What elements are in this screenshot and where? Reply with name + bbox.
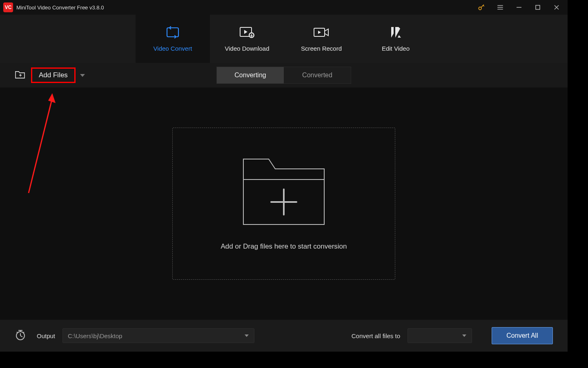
app-logo-icon: VC — [3, 2, 13, 12]
output-path-value: C:\Users\bj\Desktop — [68, 332, 122, 339]
add-files-group: Add Files — [0, 63, 85, 88]
convert-all-label: Convert all files to — [352, 332, 400, 339]
add-files-button[interactable]: Add Files — [31, 67, 76, 83]
main-nav: Video Convert Video Download Screen Reco… — [0, 15, 568, 63]
tab-edit-video[interactable]: Edit Video — [359, 15, 433, 63]
tab-screen-record[interactable]: Screen Record — [284, 15, 359, 63]
edit-icon — [390, 26, 402, 38]
svg-point-0 — [479, 7, 481, 10]
chevron-down-icon — [462, 334, 467, 337]
convert-all-button[interactable]: Convert All — [492, 327, 553, 344]
title-bar: VC MiniTool Video Converter Free v3.8.0 — [0, 0, 568, 15]
timer-icon[interactable] — [15, 329, 26, 342]
svg-rect-8 — [167, 28, 178, 37]
svg-marker-27 — [462, 334, 466, 337]
svg-marker-26 — [245, 334, 249, 337]
segment-converting[interactable]: Converting — [217, 67, 284, 83]
drop-zone[interactable]: Add or Drag files here to start conversi… — [172, 128, 395, 280]
convert-icon — [165, 26, 180, 38]
action-bar: Add Files Converting Converted — [0, 63, 568, 88]
folder-plus-icon — [241, 157, 327, 229]
bottom-bar: Output C:\Users\bj\Desktop Convert all f… — [0, 320, 568, 352]
add-folder-icon[interactable] — [15, 70, 25, 81]
tab-label: Edit Video — [382, 45, 410, 52]
svg-rect-5 — [536, 5, 540, 9]
svg-marker-10 — [244, 30, 247, 34]
chevron-down-icon — [244, 334, 249, 337]
annotation-arrow-icon — [16, 91, 65, 197]
svg-marker-14 — [318, 31, 321, 34]
svg-marker-19 — [48, 93, 56, 103]
segment-converted[interactable]: Converted — [284, 67, 351, 83]
add-files-dropdown-icon[interactable] — [80, 72, 85, 79]
tab-label: Video Download — [225, 45, 270, 52]
record-icon — [313, 26, 330, 38]
output-path-combo[interactable]: C:\Users\bj\Desktop — [62, 328, 254, 343]
drop-zone-text: Add or Drag files here to start conversi… — [221, 242, 347, 251]
tab-label: Video Convert — [154, 45, 192, 52]
menu-icon[interactable] — [491, 0, 510, 15]
close-button[interactable] — [547, 0, 566, 15]
output-label: Output — [37, 332, 55, 339]
tab-label: Screen Record — [301, 45, 342, 52]
format-combo[interactable] — [408, 328, 472, 343]
workspace: Add or Drag files here to start conversi… — [0, 88, 568, 320]
status-segment: Converting Converted — [216, 67, 351, 84]
svg-marker-17 — [80, 74, 85, 77]
maximize-button[interactable] — [528, 0, 547, 15]
tab-video-download[interactable]: Video Download — [210, 15, 284, 63]
minimize-button[interactable] — [510, 0, 528, 15]
tab-video-convert[interactable]: Video Convert — [136, 15, 210, 63]
app-window: VC MiniTool Video Converter Free v3.8.0 … — [0, 0, 568, 352]
svg-line-18 — [29, 98, 52, 193]
key-icon[interactable] — [472, 0, 491, 15]
window-title: MiniTool Video Converter Free v3.8.0 — [16, 4, 104, 11]
svg-line-25 — [20, 336, 22, 337]
download-icon — [239, 26, 255, 38]
